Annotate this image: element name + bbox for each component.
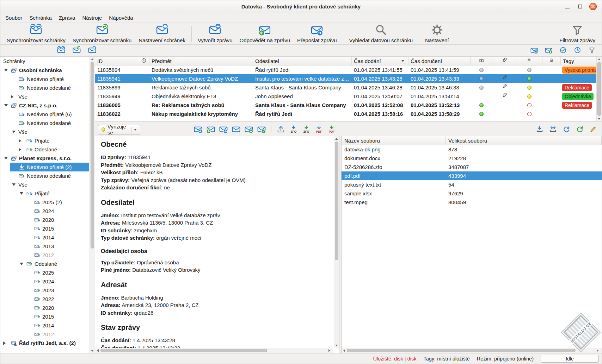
- send-as-email-button[interactable]: [231, 125, 241, 134]
- column-header-delivered[interactable]: Čas dodání: [352, 57, 408, 65]
- attachment-row[interactable]: pokusný text.txt54: [342, 180, 602, 189]
- save-attachment-button[interactable]: [535, 125, 545, 134]
- column-header-attachment[interactable]: [492, 57, 516, 65]
- account-settings-button[interactable]: Nastavení schránek: [135, 23, 189, 44]
- scroll-right-arrow[interactable]: [597, 348, 602, 353]
- message-list-scrollbar[interactable]: [596, 57, 602, 121]
- message-row[interactable]: 11835894Dodávka světelných mečůŘád rytíř…: [95, 65, 596, 74]
- scrollbar-thumb[interactable]: [100, 349, 267, 352]
- find-databox-button[interactable]: Vyhledat datovou schránku: [346, 23, 416, 44]
- detail-scrollbar[interactable]: [334, 136, 339, 348]
- tree-item[interactable]: 2025: [0, 268, 89, 277]
- column-header-accepted[interactable]: Čas doručení: [408, 57, 471, 65]
- save-all-attachments-button[interactable]: [548, 125, 558, 134]
- open-for-editing-button[interactable]: [588, 125, 598, 134]
- verify-signature-button[interactable]: [558, 46, 568, 56]
- message-row[interactable]: 11835899Reklamace tažných sobůSanta Klau…: [95, 83, 596, 92]
- menu-item-2[interactable]: Zpráva: [55, 14, 79, 22]
- attachment-row[interactable]: datovka-ok.png878: [342, 145, 602, 154]
- attachment-row[interactable]: pdf.pdf433994: [342, 171, 602, 180]
- tree-item[interactable]: 2014: [0, 321, 89, 330]
- tree-item[interactable]: Nedávno odeslané: [0, 171, 89, 180]
- tree-item[interactable]: CZ.NIC, z.s.p.o.: [0, 101, 89, 110]
- scroll-down-arrow[interactable]: [334, 343, 339, 348]
- save-message-copy-button[interactable]: [244, 125, 254, 134]
- column-header-status[interactable]: [516, 57, 542, 65]
- sync-all-accounts-button[interactable]: Synchronizovat schránky: [3, 23, 69, 44]
- scroll-down-arrow[interactable]: [597, 116, 602, 121]
- tree-item[interactable]: 2024: [0, 207, 89, 215]
- download-message-button[interactable]: [193, 125, 203, 134]
- attachment-row[interactable]: sample.xlsx97629: [342, 189, 602, 198]
- tree-collapse-arrow[interactable]: [19, 192, 24, 195]
- column-header-personal-delivery[interactable]: [471, 57, 492, 65]
- tree-item[interactable]: 2014: [0, 233, 89, 242]
- column-header-sender[interactable]: Odesílatel: [253, 57, 352, 65]
- tree-item[interactable]: 2015: [0, 312, 89, 321]
- save-message-attachments-button[interactable]: [543, 46, 553, 56]
- scrollbar-thumb[interactable]: [91, 62, 94, 249]
- column-header-id[interactable]: ID: [95, 57, 138, 65]
- menu-item-0[interactable]: Soubor: [2, 14, 26, 22]
- minimize-button[interactable]: [564, 3, 571, 10]
- tree-item[interactable]: Nedávno odeslané: [0, 83, 89, 92]
- maximize-button[interactable]: [577, 3, 584, 10]
- tree-item[interactable]: 2013: [0, 242, 89, 251]
- attachment-row[interactable]: test.mpeg800459: [342, 198, 602, 207]
- scroll-up-arrow[interactable]: [597, 57, 602, 62]
- scroll-left-arrow[interactable]: [342, 348, 346, 353]
- tree-item[interactable]: Vše: [0, 92, 89, 101]
- column-header-tags[interactable]: Tagy: [561, 57, 602, 65]
- scroll-right-arrow[interactable]: [328, 348, 333, 353]
- export-zfo-button[interactable]: ZFO: [289, 125, 299, 134]
- tree-collapse-arrow[interactable]: [3, 104, 9, 107]
- account-settings-small-button[interactable]: [87, 46, 97, 56]
- tree-item[interactable]: Odeslané: [0, 259, 89, 268]
- open-attachment-button[interactable]: [561, 125, 571, 134]
- sort-indicator[interactable]: [400, 58, 406, 64]
- tree-collapse-arrow[interactable]: [3, 69, 9, 71]
- reply-message-button[interactable]: Odpovědět na zprávu: [236, 23, 294, 44]
- open-all-attachments-button[interactable]: [575, 125, 585, 134]
- tree-item[interactable]: 2012: [0, 330, 89, 339]
- tree-item[interactable]: Osobní schránka: [0, 66, 89, 75]
- attachments-hscrollbar[interactable]: [342, 348, 602, 353]
- column-header-security[interactable]: [542, 57, 561, 65]
- menu-item-4[interactable]: Nápověda: [105, 14, 136, 22]
- export-delivery-pdf-button[interactable]: PDF: [327, 125, 337, 134]
- message-state-dropdown[interactable]: Vyřizuje se: [98, 125, 140, 134]
- forward-button[interactable]: [219, 125, 228, 134]
- tree-item[interactable]: 2025 (2): [0, 198, 89, 207]
- tree-collapse-arrow[interactable]: [19, 263, 24, 265]
- tree-expand-arrow[interactable]: [19, 139, 24, 143]
- sidebar-scrollbar[interactable]: [90, 57, 95, 353]
- message-row[interactable]: 11835949Objednávka elektronky E13John Ap…: [95, 92, 596, 101]
- tree-collapse-arrow[interactable]: [11, 183, 17, 186]
- download-signed-message-button[interactable]: [529, 46, 539, 56]
- tree-item[interactable]: Nedávno odeslané: [0, 119, 89, 127]
- tree-item[interactable]: Vše: [0, 180, 89, 189]
- tree-item[interactable]: Planet express, s.r.o.: [0, 154, 89, 163]
- tree-collapse-arrow[interactable]: [11, 131, 17, 133]
- scroll-up-arrow[interactable]: [90, 57, 95, 62]
- upload-to-databox-button[interactable]: [276, 125, 286, 134]
- tree-expand-arrow[interactable]: [11, 95, 17, 99]
- scroll-down-arrow[interactable]: [90, 348, 95, 353]
- scroll-left-arrow[interactable]: [95, 348, 100, 353]
- tree-item[interactable]: Přijaté: [0, 189, 89, 198]
- menu-item-3[interactable]: Nástroje: [79, 14, 105, 22]
- tree-item[interactable]: Nedávno přijaté (6): [0, 110, 89, 119]
- message-row[interactable]: 11836005Re: Reklamace tažných sobůSanta …: [95, 101, 596, 109]
- tree-item[interactable]: 2022: [0, 295, 89, 303]
- scroll-up-arrow[interactable]: [334, 136, 339, 141]
- forward-message-button[interactable]: Přeposlat zprávu: [294, 23, 340, 44]
- message-row[interactable]: 11836022Nákup mezigalaktické kryptoměnyŘ…: [95, 109, 596, 118]
- column-header-filesize[interactable]: Velikost souboru: [446, 136, 602, 145]
- sync-account-button[interactable]: Synchronizovat schránku: [69, 23, 135, 44]
- export-pdf-button[interactable]: PDF: [314, 125, 324, 134]
- tree-item[interactable]: Nedávno přijaté (2): [0, 163, 89, 171]
- attachment-row[interactable]: dokument.docx219228: [342, 154, 602, 163]
- verify-timestamp-button[interactable]: [572, 46, 582, 56]
- export-delivery-zfo-button[interactable]: ZFO: [301, 125, 311, 134]
- filter-messages-button[interactable]: Filtrovat zprávy: [556, 23, 599, 44]
